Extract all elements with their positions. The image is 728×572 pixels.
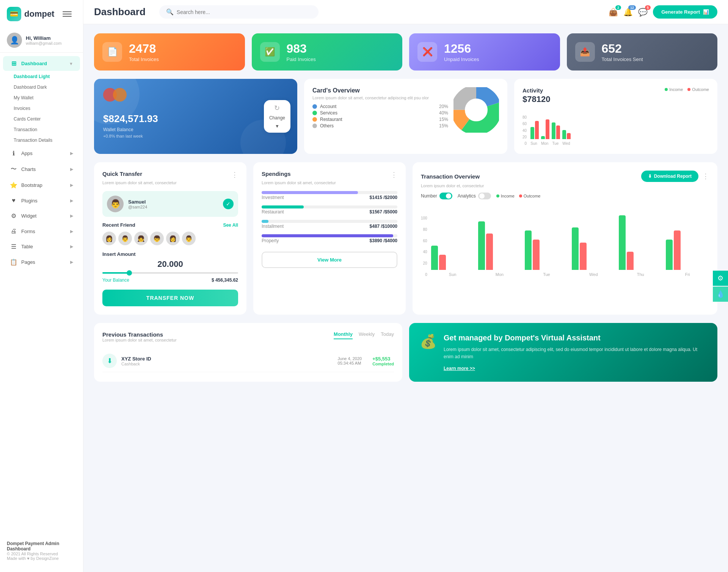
footer-made: Made with ♥ by DesignZone [7, 556, 76, 561]
installment-total: $10000 [382, 224, 397, 229]
nav-item-bootstrap[interactable]: ⭐ Bootstrap ▶ [3, 178, 80, 193]
income-legend-label: Income [669, 87, 683, 92]
subnav-invoices[interactable]: Invoices [0, 103, 83, 114]
subnav-transaction-details[interactable]: Transaction Details [0, 135, 83, 146]
footer-brand: Dompet Payment Admin Dashboard [7, 541, 76, 552]
friend-avatar-5[interactable]: 👩 [166, 232, 180, 245]
pages-icon: 📋 [10, 259, 17, 266]
settings-side-button[interactable]: ⚙ [713, 271, 728, 286]
legend-label-restaurant: Restaurant [320, 117, 342, 122]
prev-tx-subtitle: Lorem ipsum dolor sit amet, consectetur [102, 338, 177, 342]
tab-weekly[interactable]: Weekly [359, 331, 375, 339]
download-report-button[interactable]: ⬇ Download Report [641, 171, 698, 182]
nav-item-table[interactable]: ☰ Table ▶ [3, 239, 80, 254]
paid-invoices-icon: ✅ [260, 42, 280, 62]
nav-item-pages[interactable]: 📋 Pages ▶ [3, 255, 80, 270]
subnav-transaction[interactable]: Transaction [0, 124, 83, 135]
chat-icon-badge[interactable]: 💬 5 [638, 8, 648, 17]
subnav-cards-center[interactable]: Cards Center [0, 114, 83, 124]
learn-more-link[interactable]: Learn more >> [444, 366, 707, 371]
bar-group-wed [562, 130, 571, 139]
tx-label-mon: Mon [478, 272, 521, 277]
investment-label: Investment [262, 195, 284, 200]
tx-fri-outcome [674, 230, 681, 270]
bell-icon-badge[interactable]: 🔔 12 [623, 8, 633, 17]
sidebar-footer: Dompet Payment Admin Dashboard © 2021 Al… [0, 536, 83, 565]
nav-item-charts[interactable]: 〜 Charts ▶ [3, 161, 80, 177]
property-label: Property [262, 238, 279, 243]
bar-group-tue [552, 122, 560, 139]
legend-restaurant: Restaurant 15% [312, 117, 448, 122]
card-overview-panel: Card's Overview Lorem ipsum dolor sit am… [304, 79, 507, 154]
installment-bar [262, 220, 268, 223]
nav-item-dashboard[interactable]: ⊞ Dashboard ▼ [3, 56, 80, 71]
friend-avatar-6[interactable]: 👨 [182, 232, 196, 245]
amount-slider[interactable] [102, 272, 238, 274]
legend-dot-others [312, 124, 317, 128]
subnav-dashboard-dark[interactable]: Dashboard Dark [0, 82, 83, 92]
spendings-header: Spendings ⋮ [262, 171, 397, 179]
number-toggle-switch[interactable] [439, 193, 452, 199]
tx-bar-fri [666, 230, 709, 270]
change-label: Change [269, 115, 285, 121]
nav-item-forms[interactable]: 🖨 Forms ▶ [3, 224, 80, 238]
nav-arrow-forms: ▶ [70, 229, 73, 234]
nav-label-dashboard: Dashboard [21, 61, 47, 66]
legend-dot-restaurant [312, 117, 317, 122]
bar-wed-income [562, 130, 566, 139]
tx-item-date: June 4, 2020 05:34:45 AM [338, 356, 362, 365]
samuel-handle: @sam224 [128, 205, 147, 209]
spendings-menu-dots[interactable]: ⋮ [391, 171, 397, 179]
hamburger-menu[interactable] [63, 11, 72, 17]
quick-transfer-menu-dots[interactable]: ⋮ [231, 171, 238, 179]
investment-amount: $1415 [370, 195, 382, 200]
wallet-change-button[interactable]: ↻ Change ▼ [264, 100, 290, 133]
search-bar[interactable]: 🔍 [159, 5, 318, 19]
virtual-title: Get managed by Dompet's Virtual Assistan… [444, 334, 707, 342]
analytics-toggle[interactable]: Analytics [458, 193, 491, 199]
nav-item-apps[interactable]: ℹ Apps ▶ [3, 146, 80, 161]
spendings-panel: Spendings ⋮ Lorem ipsum dolor sit amet, … [253, 162, 406, 315]
label-sun: Sun [530, 141, 537, 146]
recent-friends-row: Recent Friend See All [102, 222, 238, 228]
bar-sun-income [530, 127, 534, 139]
subnav-my-wallet[interactable]: My Wallet [0, 92, 83, 103]
tx-menu-dots[interactable]: ⋮ [702, 172, 709, 180]
number-toggle[interactable]: Number [421, 193, 452, 199]
tx-item-status: Completed [372, 362, 394, 366]
transfer-now-button[interactable]: TRANSFER NOW [102, 290, 238, 306]
card-overview-title: Card's Overview [312, 87, 448, 94]
generate-report-button[interactable]: Generate Report 📊 [653, 5, 717, 19]
friend-avatar-3[interactable]: 👧 [134, 232, 148, 245]
quick-transfer-subtitle: Lorem ipsum dolor sit amet, consectetur [102, 180, 238, 185]
water-drop-side-button[interactable]: 💧 [713, 287, 728, 302]
tx-label-wed: Wed [572, 272, 615, 277]
virtual-assistant-icon: 💰 [420, 334, 437, 349]
friend-avatar-4[interactable]: 👦 [150, 232, 164, 245]
investment-total: $2000 [385, 195, 397, 200]
friend-avatar-2[interactable]: 👨 [118, 232, 132, 245]
tab-today[interactable]: Today [381, 331, 394, 339]
sidebar-logo: 💳 dompet [0, 7, 83, 28]
tab-monthly[interactable]: Monthly [334, 331, 353, 339]
analytics-toggle-switch[interactable] [478, 193, 491, 199]
tx-header: Transaction Overview ⬇ Download Report ⋮ [421, 171, 709, 182]
nav-item-plugins[interactable]: ♥ Plugins ▶ [3, 193, 80, 208]
table-icon: ☰ [10, 243, 17, 250]
view-more-button[interactable]: View More [262, 252, 397, 268]
see-all-link[interactable]: See All [223, 223, 238, 228]
outcome-legend-label: Outcome [692, 87, 709, 92]
wallet-icon-badge[interactable]: 👜 2 [609, 8, 618, 17]
tx-bar-thu [619, 215, 662, 270]
chevron-down-icon: ▼ [275, 124, 279, 129]
search-input[interactable] [177, 9, 312, 15]
nav-item-widget[interactable]: ⚙ Widget ▶ [3, 208, 80, 223]
tx-fri-income [666, 240, 673, 270]
subnav-dashboard-light[interactable]: Dashboard Light [0, 71, 83, 82]
friend-avatar-1[interactable]: 👩 [102, 232, 116, 245]
your-balance-value: $ 456,345.62 [212, 277, 238, 283]
bell-badge: 12 [628, 5, 636, 10]
label-mon: Mon [541, 141, 548, 146]
plugins-icon: ♥ [10, 197, 17, 204]
activity-legend: Income Outcome [665, 87, 709, 92]
